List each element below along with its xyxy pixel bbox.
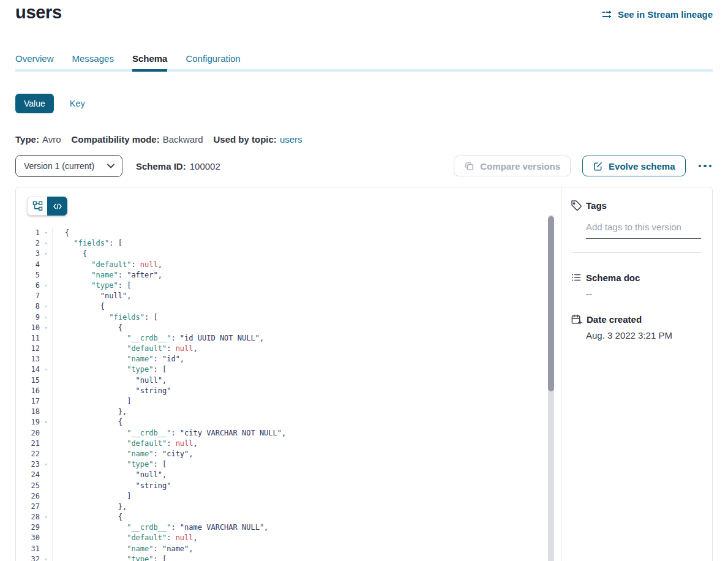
code-line: 7 "null",: [16, 291, 547, 301]
code-line: 26 ]: [16, 491, 547, 502]
topic-link[interactable]: users: [280, 134, 302, 145]
schema-page: users See in Stream lineage Overview Mes…: [0, 0, 728, 561]
fold-toggle-icon[interactable]: ▾: [40, 459, 52, 470]
code-line-text: "default": null,: [53, 344, 198, 354]
code-line: 16 "string": [16, 386, 547, 396]
editor-view-toggle: [27, 197, 67, 216]
used-by-topic: Used by topic: users: [214, 134, 302, 145]
line-number-gutter: 6▾: [16, 280, 53, 291]
value-button[interactable]: Value: [15, 94, 54, 113]
line-number-gutter: 9▾: [16, 312, 53, 323]
line-number: 17: [16, 396, 40, 407]
schema-doc-value: --: [586, 288, 701, 299]
see-in-stream-lineage-link[interactable]: See in Stream lineage: [602, 9, 713, 20]
schema-panel: 1▾{2▾ "fields": [3▾ {4 "default": null,5…: [15, 187, 713, 561]
page-title: users: [15, 2, 62, 23]
line-number: 20: [16, 428, 40, 439]
line-number-gutter: 18: [16, 407, 53, 417]
more-options-button[interactable]: [697, 162, 713, 170]
version-actions: Compare versions Evolve schema: [454, 156, 713, 176]
code-line: 9▾ "fields": [: [16, 312, 547, 323]
tab-schema[interactable]: Schema: [132, 53, 168, 72]
schema-doc-section-header: Schema doc: [571, 272, 701, 283]
code-line: 4 "default": null,: [16, 260, 547, 270]
line-number-gutter: 3▾: [16, 249, 53, 259]
code-line: 13 "name": "id",: [16, 354, 547, 364]
tab-overview[interactable]: Overview: [15, 53, 54, 72]
fold-toggle-icon[interactable]: ▾: [40, 301, 52, 312]
sitemap-icon: [32, 201, 43, 211]
code-line-text: "string": [53, 386, 171, 396]
date-created-section-header: Date created: [571, 314, 701, 325]
compatibility-label: Compatibility mode:: [71, 134, 159, 145]
code-line: 23▾ "type": [: [16, 459, 547, 470]
code-line-text: {: [53, 228, 69, 238]
code-line: 17 ]: [16, 396, 547, 407]
line-number-gutter: 23▾: [16, 459, 53, 470]
fold-toggle-icon[interactable]: ▾: [40, 280, 52, 291]
line-number: 23: [16, 459, 40, 470]
code-line: 6▾ "type": [: [16, 280, 547, 291]
fold-toggle-icon[interactable]: ▾: [40, 228, 52, 238]
add-tags-input[interactable]: [586, 220, 701, 239]
line-number-gutter: 26: [16, 491, 53, 502]
fold-toggle-icon[interactable]: ▾: [40, 364, 52, 375]
code-line-text: {: [53, 417, 122, 427]
line-number: 9: [16, 312, 40, 323]
scrollbar-thumb[interactable]: [548, 216, 554, 391]
line-number: 26: [16, 491, 40, 502]
tab-configuration[interactable]: Configuration: [186, 53, 240, 72]
schema-sidebar: Tags Schema doc --: [561, 187, 712, 561]
line-number: 12: [16, 344, 40, 354]
code-icon: [53, 202, 62, 211]
code-line: 15 "null",: [16, 375, 547, 386]
line-number: 16: [16, 386, 40, 396]
code-line: 29 "__crdb__": "name VARCHAR NULL",: [16, 522, 547, 533]
evolve-schema-button[interactable]: Evolve schema: [582, 156, 685, 176]
key-button[interactable]: Key: [70, 99, 85, 108]
line-number: 21: [16, 439, 40, 449]
fold-toggle-icon[interactable]: ▾: [40, 512, 52, 522]
compare-versions-button[interactable]: Compare versions: [454, 156, 571, 176]
line-number: 11: [16, 333, 40, 344]
line-number: 25: [16, 481, 40, 491]
line-number: 19: [16, 417, 40, 427]
code-line-text: },: [53, 407, 127, 417]
schema-id-value: 100002: [190, 161, 220, 171]
line-number: 32: [16, 554, 40, 561]
fold-toggle-icon[interactable]: ▾: [40, 323, 52, 333]
line-number-gutter: 17: [16, 396, 53, 407]
value-key-selector: Value Key: [15, 94, 85, 113]
line-number-gutter: 11: [16, 333, 53, 344]
code-view-button[interactable]: [47, 197, 67, 216]
line-number: 4: [16, 260, 40, 270]
schema-doc-title: Schema doc: [586, 273, 640, 283]
fold-toggle-icon[interactable]: ▾: [40, 312, 52, 323]
code-line: 27 },: [16, 502, 547, 512]
code-line: 25 "string": [16, 481, 547, 491]
line-number-gutter: 22: [16, 449, 53, 459]
line-number-gutter: 15: [16, 375, 53, 386]
code-line: 22 "name": "city",: [16, 449, 547, 459]
code-line-text: "name": "name",: [53, 544, 193, 554]
fold-toggle-icon[interactable]: ▾: [40, 417, 52, 427]
code-line-text: },: [53, 502, 127, 512]
fold-toggle-icon[interactable]: ▾: [40, 238, 52, 249]
line-number-gutter: 31: [16, 544, 53, 554]
editor-scrollbar[interactable]: [548, 215, 554, 561]
code-line-text: {: [53, 249, 87, 259]
version-select[interactable]: Version 1 (current): [15, 155, 122, 177]
tree-view-button[interactable]: [27, 197, 47, 216]
fold-toggle-icon[interactable]: ▾: [40, 249, 52, 259]
tab-messages[interactable]: Messages: [72, 53, 114, 72]
line-number: 29: [16, 522, 40, 533]
line-number-gutter: 32▾: [16, 554, 53, 561]
line-number-gutter: 16: [16, 386, 53, 396]
type-value: Avro: [42, 134, 61, 145]
list-icon: [571, 272, 582, 283]
line-number-gutter: 10▾: [16, 323, 53, 333]
code-line-text: "type": [: [53, 280, 131, 291]
fold-toggle-icon[interactable]: ▾: [40, 554, 52, 561]
line-number-gutter: 24: [16, 470, 53, 480]
code-line: 11 "__crdb__": "id UUID NOT NULL",: [16, 333, 547, 344]
